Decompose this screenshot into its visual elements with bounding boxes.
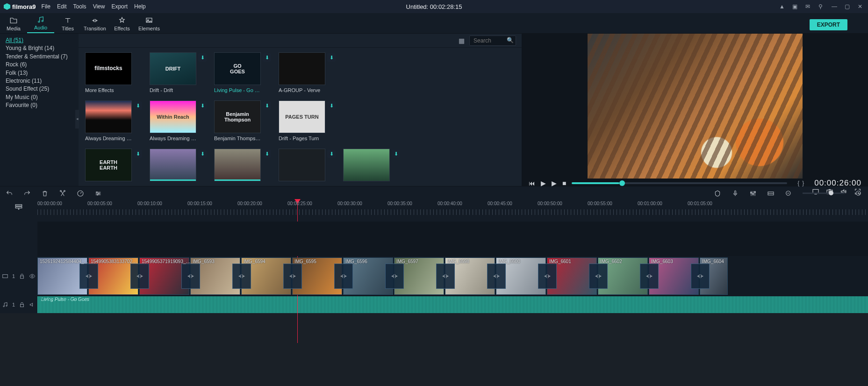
- window-maximize-icon[interactable]: ▢: [845, 3, 851, 10]
- volume-icon[interactable]: [840, 188, 847, 195]
- asset-card[interactable]: EARTH EARTH: [85, 149, 132, 184]
- marker-icon[interactable]: [714, 190, 721, 197]
- sidebar-item-7[interactable]: My Music (0): [6, 93, 73, 101]
- asset-card[interactable]: A-GROUP - Verve: [279, 52, 325, 93]
- time-ruler[interactable]: 00:00:00:0000:00:05:0000:00:10:0000:00:1…: [37, 200, 868, 222]
- asset-thumb[interactable]: DRIFT: [150, 52, 196, 85]
- record-vo-icon[interactable]: [732, 190, 739, 197]
- prev-frame-button[interactable]: ⏮: [529, 179, 535, 187]
- menu-file[interactable]: File: [42, 3, 50, 10]
- render-icon[interactable]: [767, 190, 775, 197]
- asset-thumb[interactable]: [150, 149, 196, 181]
- asset-card[interactable]: [343, 149, 390, 184]
- download-icon[interactable]: ⬇: [263, 53, 271, 62]
- transition-handle[interactable]: [538, 264, 557, 289]
- sidebar-item-8[interactable]: Favourite (0): [6, 101, 73, 109]
- mixer-icon[interactable]: [749, 190, 757, 197]
- view-grid-icon[interactable]: ▦: [459, 37, 465, 44]
- sidebar-item-0[interactable]: All (51): [6, 36, 73, 44]
- sidebar-item-2[interactable]: Tender & Sentimental (7): [6, 53, 73, 61]
- asset-card[interactable]: [214, 149, 261, 184]
- asset-card[interactable]: filmstocksMore Effects: [85, 52, 132, 93]
- transition-handle[interactable]: [589, 264, 608, 289]
- sidebar-item-3[interactable]: Rock (6): [6, 61, 73, 69]
- asset-card[interactable]: Within ReachAlways Dreaming - Withi…: [150, 100, 196, 141]
- tab-effects[interactable]: Effects: [108, 16, 136, 33]
- asset-thumb[interactable]: [279, 52, 325, 85]
- asset-thumb[interactable]: EARTH EARTH: [85, 149, 132, 181]
- asset-thumb[interactable]: [279, 149, 325, 181]
- sidebar-item-1[interactable]: Young & Bright (14): [6, 44, 73, 52]
- window-close-icon[interactable]: ✕: [858, 3, 864, 10]
- download-icon[interactable]: ⬇: [263, 150, 271, 158]
- download-icon[interactable]: ⬇: [134, 150, 142, 158]
- asset-thumb[interactable]: filmstocks: [85, 52, 132, 85]
- preview-progress[interactable]: [572, 182, 787, 184]
- play-backward-button[interactable]: ▶: [541, 179, 546, 187]
- video-track-body[interactable]: 1526192412584404_…1549905383133702…15499…: [37, 256, 868, 296]
- sidebar-item-5[interactable]: Electronic (11): [6, 77, 73, 85]
- speed-icon[interactable]: [77, 190, 84, 197]
- asset-thumb[interactable]: Benjamin Thompson: [214, 100, 261, 133]
- asset-card[interactable]: [279, 149, 325, 184]
- sidebar-collapse-handle[interactable]: ◂: [75, 110, 79, 129]
- transition-handle[interactable]: [130, 264, 149, 289]
- menu-edit[interactable]: Edit: [57, 3, 67, 10]
- window-minimize-icon[interactable]: ―: [832, 3, 838, 10]
- transition-handle[interactable]: [691, 264, 710, 289]
- mark-in-out-icons[interactable]: {}: [797, 180, 804, 186]
- play-button[interactable]: ▶: [552, 179, 557, 187]
- transition-handle[interactable]: [385, 264, 404, 289]
- download-icon[interactable]: ⬇: [263, 101, 271, 110]
- menu-export[interactable]: Export: [111, 3, 128, 10]
- zoom-in-icon[interactable]: [855, 190, 862, 197]
- tab-media[interactable]: Media: [0, 16, 27, 33]
- asset-thumb[interactable]: Within Reach: [150, 100, 196, 133]
- download-icon[interactable]: ⬇: [198, 101, 207, 110]
- account-icon[interactable]: ▲: [779, 3, 786, 10]
- transition-handle[interactable]: [283, 264, 302, 289]
- message-icon[interactable]: ✉: [805, 3, 812, 10]
- transition-handle[interactable]: [436, 264, 455, 289]
- lock-icon[interactable]: [19, 301, 25, 308]
- save-icon[interactable]: ▣: [792, 3, 799, 10]
- asset-card[interactable]: [150, 149, 196, 184]
- lock-icon[interactable]: [19, 273, 25, 279]
- asset-thumb[interactable]: PAGES TURN: [279, 100, 325, 133]
- quality-icon[interactable]: [812, 188, 819, 195]
- transition-handle[interactable]: [640, 264, 659, 289]
- download-icon[interactable]: ⬇: [327, 150, 336, 158]
- menu-help[interactable]: Help: [134, 3, 146, 10]
- download-icon[interactable]: ⬇: [198, 53, 207, 62]
- asset-thumb[interactable]: [214, 149, 261, 181]
- tab-transition[interactable]: Transition: [81, 16, 108, 33]
- redo-icon[interactable]: [23, 190, 31, 197]
- download-icon[interactable]: ⬇: [134, 101, 142, 110]
- zoom-out-icon[interactable]: [785, 190, 792, 197]
- mute-icon[interactable]: [29, 301, 36, 308]
- split-icon[interactable]: [59, 190, 66, 197]
- transition-handle[interactable]: [232, 264, 251, 289]
- transition-handle[interactable]: [181, 264, 200, 289]
- sidebar-item-6[interactable]: Sound Effect (25): [6, 85, 73, 93]
- asset-card[interactable]: GO GOESLiving Pulse - Go Goes: [214, 52, 261, 93]
- transition-handle[interactable]: [79, 264, 98, 289]
- asset-card[interactable]: Always Dreaming - Same…: [85, 100, 132, 141]
- adjust-icon[interactable]: [94, 190, 102, 197]
- download-icon[interactable]: ⬇: [327, 101, 336, 110]
- asset-thumb[interactable]: GO GOES: [214, 52, 261, 85]
- menu-view[interactable]: View: [93, 3, 105, 10]
- tab-elements[interactable]: Elements: [136, 16, 163, 33]
- zoom-slider[interactable]: [803, 193, 845, 194]
- asset-thumb[interactable]: [343, 149, 390, 181]
- asset-thumb[interactable]: [85, 100, 132, 133]
- download-icon[interactable]: ⬇: [198, 150, 207, 158]
- video-clip[interactable]: IMG_6604: [700, 257, 728, 295]
- asset-card[interactable]: DRIFTDrift - Drift: [150, 52, 196, 93]
- sidebar-item-4[interactable]: Folk (13): [6, 69, 73, 77]
- stop-button[interactable]: ■: [562, 179, 566, 187]
- audio-track-body[interactable]: Living Pulse - Go Goes: [37, 296, 868, 313]
- transition-handle[interactable]: [334, 264, 353, 289]
- download-icon[interactable]: ⬇: [327, 53, 336, 62]
- delete-icon[interactable]: [41, 190, 49, 197]
